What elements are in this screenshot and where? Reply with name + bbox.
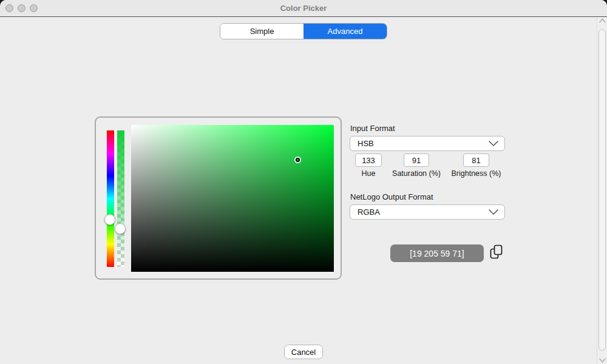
brightness-input[interactable] — [463, 153, 489, 167]
hue-input-label: Hue — [350, 169, 387, 178]
saturation-input[interactable] — [404, 153, 429, 167]
output-format-select[interactable]: RGBA — [350, 204, 505, 220]
color-picker-panel — [95, 116, 342, 280]
alpha-slider-thumb[interactable] — [115, 223, 126, 234]
input-format-select[interactable]: HSB — [350, 136, 505, 151]
saturation-field-group: Saturation (%) — [386, 153, 447, 178]
scroll-down-icon[interactable] — [599, 358, 606, 363]
hue-slider-thumb[interactable] — [104, 214, 115, 225]
color-picker-window: Color Picker Simple Advanced Input Forma… — [0, 0, 607, 364]
input-format-value: HSB — [358, 139, 374, 148]
output-format-value: RGBA — [358, 207, 380, 217]
saturation-input-label: Saturation (%) — [386, 169, 447, 178]
alpha-slider[interactable] — [117, 130, 124, 267]
netlogo-color-value-button[interactable]: [19 205 59 71] — [390, 244, 484, 262]
scroll-up-icon[interactable] — [599, 18, 606, 23]
tab-advanced[interactable]: Advanced — [304, 24, 387, 39]
hue-input[interactable] — [355, 153, 382, 167]
copy-button[interactable] — [489, 244, 504, 262]
chevron-down-icon — [489, 209, 498, 215]
titlebar: Color Picker — [0, 0, 607, 17]
hue-slider[interactable] — [107, 130, 114, 267]
scrollbar[interactable] — [597, 18, 607, 364]
cancel-button[interactable]: Cancel — [284, 345, 323, 359]
input-format-label: Input Format — [350, 124, 395, 133]
window-title: Color Picker — [0, 0, 607, 17]
mode-toggle: Simple Advanced — [220, 23, 387, 39]
scrollbar-thumb[interactable] — [599, 29, 606, 351]
brightness-input-label: Brightness (%) — [447, 169, 506, 178]
color-selection-marker[interactable] — [296, 158, 300, 162]
copy-icon — [489, 244, 504, 260]
saturation-brightness-field[interactable] — [131, 125, 334, 272]
hue-field-group: Hue — [350, 153, 387, 178]
output-format-label: NetLogo Output Format — [350, 192, 433, 201]
brightness-field-group: Brightness (%) — [447, 153, 506, 178]
tab-simple[interactable]: Simple — [220, 24, 304, 39]
chevron-down-icon — [489, 141, 498, 147]
